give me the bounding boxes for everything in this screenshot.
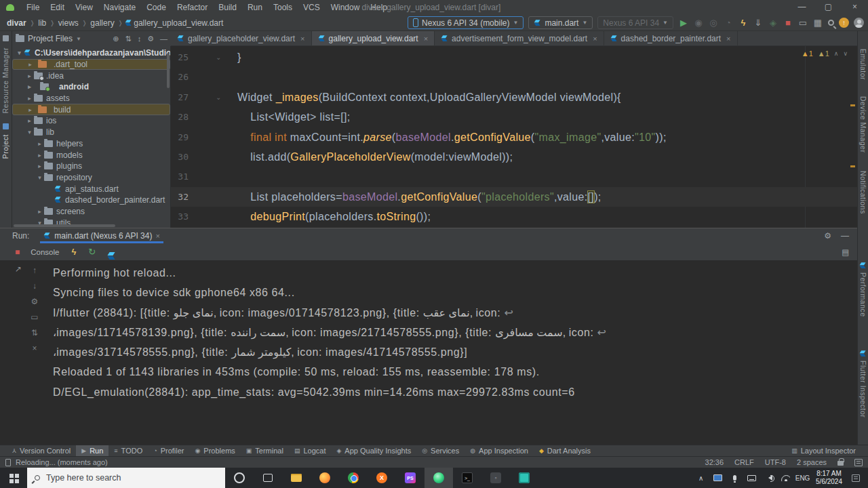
sdk-manager-button[interactable]: ▦ xyxy=(812,18,823,28)
prev-issue-icon[interactable]: ∧ xyxy=(834,50,839,57)
chevron-down-icon[interactable]: ▾ xyxy=(25,129,34,136)
tool-button-emulator[interactable]: Emulator xyxy=(859,49,867,80)
scroll-to-end-icon[interactable]: ⇅ xyxy=(30,328,39,338)
menu-window[interactable]: Window xyxy=(326,0,366,15)
device-selector-dropdown[interactable]: Nexus 6 API 34 (mobile)▼ xyxy=(408,16,524,29)
tool-button-version-control[interactable]: YVersion Control xyxy=(7,445,76,456)
tab-gallery-upload-view-dart[interactable]: gallery_upload_view.dart× xyxy=(312,31,435,45)
profile-avatar[interactable] xyxy=(854,18,864,28)
tab-gallery-placeholder-view-dart[interactable]: gallery_placeholder_view.dart× xyxy=(171,31,312,45)
chevron-right-icon[interactable]: ▸ xyxy=(35,140,44,147)
tree-item-screens[interactable]: ▸screens xyxy=(12,206,170,218)
chevron-right-icon[interactable]: ▸ xyxy=(25,83,34,90)
project-tool-icon[interactable] xyxy=(3,123,9,129)
menu-file[interactable]: File xyxy=(21,0,45,15)
tool-button-todo[interactable]: ≡TODO xyxy=(108,445,148,456)
project-tree[interactable]: ▾C:\Users\idehpardazanjavan\StudioProjec… xyxy=(12,46,171,228)
pin-icon[interactable]: ↗ xyxy=(15,264,22,274)
tool-button-app-quality-insights[interactable]: ◈App Quality Insights xyxy=(331,445,416,456)
inspection-widget[interactable]: ▲1▲1∧∨ xyxy=(802,49,848,58)
tool-button-performance[interactable]: Performance xyxy=(859,272,867,317)
hide-panel-icon[interactable]: — xyxy=(160,35,167,43)
tree-item-repository[interactable]: ▾repository xyxy=(12,172,170,184)
caret-position[interactable]: 32:36 xyxy=(705,458,724,466)
chevron-right-icon[interactable]: ▸ xyxy=(25,117,34,124)
breadcrumb-item-file[interactable]: gallery_upload_view.dart xyxy=(132,18,224,28)
close-icon[interactable]: × xyxy=(593,35,597,43)
chevron-down-icon[interactable]: ▾ xyxy=(15,49,24,56)
tray-volume-icon[interactable] xyxy=(760,475,777,481)
tree-item-dashed-border-painter-dart[interactable]: dashed_border_painter.dart xyxy=(12,195,170,206)
chevron-right-icon[interactable]: ▸ xyxy=(25,73,34,79)
code-editor[interactable]: 25⌄}2627⌄Widget _images(BuildContext con… xyxy=(171,46,857,228)
project-view-dropdown[interactable]: Project Files xyxy=(28,34,73,43)
tab-dashed-border-painter-dart[interactable]: dashed_border_painter.dart× xyxy=(604,31,738,45)
project-scrollbar-vertical[interactable] xyxy=(167,53,170,88)
taskbar-app-firefox[interactable] xyxy=(311,468,339,488)
debug-button[interactable]: ◉ xyxy=(693,18,704,28)
tree-item-api-status-dart[interactable]: api_status.dart xyxy=(12,183,170,195)
menu-code[interactable]: Code xyxy=(141,0,172,15)
collapse-all-icon[interactable]: ↕ xyxy=(138,35,142,43)
down-stack-icon[interactable]: ↓ xyxy=(30,281,39,291)
close-icon[interactable]: × xyxy=(424,35,428,43)
expand-all-icon[interactable]: ⇅ xyxy=(125,35,131,43)
line-ending-indicator[interactable]: CRLF xyxy=(734,458,754,466)
breadcrumb-item-gallery[interactable]: gallery xyxy=(89,18,115,28)
chevron-right-icon[interactable]: ▸ xyxy=(35,163,44,169)
tree-item-android[interactable]: ▸android xyxy=(12,81,170,93)
taskbar-app-task-view[interactable] xyxy=(254,468,282,488)
tree-item-build[interactable]: ▸build xyxy=(12,104,170,115)
run-tab-main-dart[interactable]: main.dart (Nexus 6 API 34) × xyxy=(40,228,163,243)
menu-edit[interactable]: Edit xyxy=(45,0,70,15)
tool-button-services[interactable]: ◎Services xyxy=(416,445,465,456)
taskbar-app-chrome[interactable] xyxy=(339,468,368,488)
tree-item-c-users-idehpardazanjavan-studioproject[interactable]: ▾C:\Users\idehpardazanjavan\StudioProjec… xyxy=(12,47,170,59)
taskbar-app-phpstorm[interactable]: PS xyxy=(396,468,425,488)
close-button[interactable]: × xyxy=(842,0,868,15)
search-everywhere-icon[interactable] xyxy=(828,20,834,26)
taskbar-app-xampp[interactable]: X xyxy=(368,468,396,488)
chevron-right-icon[interactable]: ▸ xyxy=(25,95,34,102)
profiler-button[interactable]: ◔ xyxy=(723,18,734,28)
start-button[interactable] xyxy=(0,468,27,488)
taskbar-app-scrcpy[interactable]: ◦ xyxy=(481,468,510,488)
tree-item-idea[interactable]: ▸.idea xyxy=(12,70,170,81)
taskbar-search[interactable]: Type here to search xyxy=(27,468,225,488)
tree-item-lib[interactable]: ▾lib xyxy=(12,127,170,138)
hide-panel-icon[interactable]: — xyxy=(841,231,849,241)
encoding-indicator[interactable]: UTF-8 xyxy=(765,458,786,466)
device-manager-button[interactable]: ▭ xyxy=(797,18,808,28)
tree-item-assets[interactable]: ▸assets xyxy=(12,93,170,104)
tree-item-models[interactable]: ▸models xyxy=(12,149,170,161)
breadcrumb-item-views[interactable]: views xyxy=(57,18,80,28)
notifications-icon[interactable] xyxy=(854,459,863,466)
menu-view[interactable]: View xyxy=(70,0,98,15)
breadcrumb-item-root[interactable]: divar xyxy=(5,18,28,28)
taskbar-app-cortana[interactable] xyxy=(225,468,254,488)
close-icon[interactable]: × xyxy=(155,232,159,240)
resource-manager-tool-button[interactable]: Resource Manager xyxy=(1,47,9,113)
stop-process-button[interactable]: ■ xyxy=(15,247,20,257)
menu-vcs[interactable]: VCS xyxy=(298,0,326,15)
project-scrollbar-horizontal[interactable] xyxy=(14,224,115,227)
run-config-dropdown[interactable]: main.dart▼ xyxy=(528,16,593,29)
run-button[interactable]: ▶ xyxy=(678,18,689,28)
tree-item-helpers[interactable]: ▸helpers xyxy=(12,138,170,150)
tray-language[interactable]: ENG xyxy=(794,474,811,482)
chevron-right-icon[interactable]: ▸ xyxy=(35,152,44,159)
clear-console-icon[interactable]: × xyxy=(30,344,39,353)
fold-marker-icon[interactable]: ⌄ xyxy=(216,47,222,67)
tool-button-profiler[interactable]: ◔Profiler xyxy=(148,445,189,456)
taskbar-app-android-studio[interactable] xyxy=(425,468,453,488)
tool-button-dart-analysis[interactable]: ◆Dart Analysis xyxy=(534,445,596,456)
menu-refactor[interactable]: Refactor xyxy=(172,0,213,15)
tool-button-run[interactable]: ▶Run xyxy=(76,445,108,456)
tray-clock[interactable]: 8:17 AM 5/6/2024 xyxy=(811,470,847,487)
tool-button-app-inspection[interactable]: ◍App Inspection xyxy=(465,445,534,456)
coverage-button[interactable]: ◎ xyxy=(708,18,719,28)
menu-build[interactable]: Build xyxy=(213,0,242,15)
hot-reload-button[interactable]: ϟ xyxy=(738,18,749,28)
deploy-target-dropdown[interactable]: Nexus 6 API 34▼ xyxy=(597,16,673,29)
warning-count-badge[interactable]: ▲1 xyxy=(802,49,813,58)
